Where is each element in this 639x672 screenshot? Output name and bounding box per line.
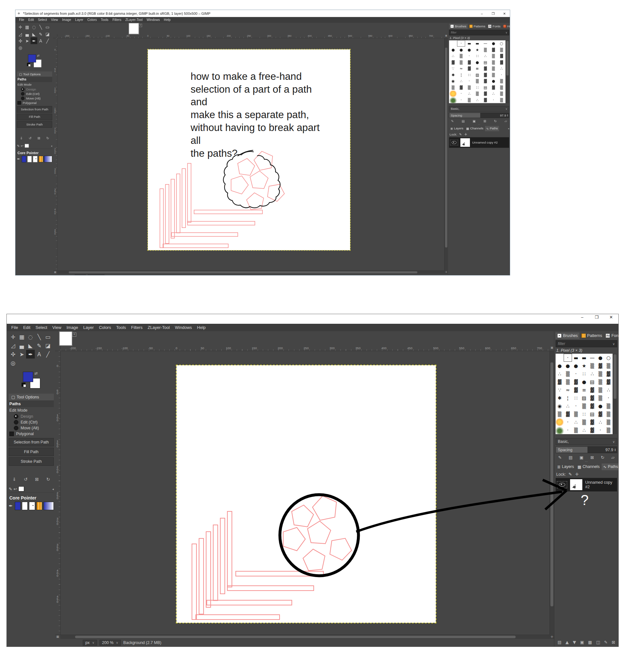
tab-brushes[interactable]: Brushes xyxy=(556,333,579,339)
brush-cell[interactable] xyxy=(556,418,564,426)
brush-cell[interactable]: — xyxy=(482,40,489,47)
rectangle-select-tool[interactable]: ▦ xyxy=(24,24,31,31)
edit-mode-edit-radio[interactable]: Edit (Ctrl) xyxy=(9,419,54,425)
horizontal-scrollbar[interactable] xyxy=(60,635,550,639)
brush-cell[interactable]: ▓ xyxy=(498,53,506,59)
zoom-dropdown[interactable]: 200 %∨ xyxy=(99,640,121,645)
zoom-fit-toggle-icon[interactable]: ▣ xyxy=(550,346,554,351)
tab-paths[interactable]: ∿Paths xyxy=(602,463,619,470)
brush-cell[interactable]: ▓ xyxy=(564,410,572,418)
brush-cell[interactable]: ▓ xyxy=(465,65,473,72)
edit-brush-button[interactable]: ✎ xyxy=(558,455,562,460)
eraser-tool[interactable]: ◪ xyxy=(44,341,52,350)
delete-tool-preset-button[interactable]: ⊠ xyxy=(37,136,40,140)
brush-cell[interactable]: ▬ xyxy=(473,40,481,47)
fuzzy-select-tool[interactable]: ╲ xyxy=(35,333,44,341)
pointer-icon[interactable]: ✎ xyxy=(9,486,12,492)
lower-path-button[interactable]: ▼ xyxy=(466,274,469,275)
default-colors-icon[interactable] xyxy=(21,383,26,386)
device-bg-swatch[interactable] xyxy=(27,156,32,162)
shear-tool[interactable]: ◿ xyxy=(9,341,17,350)
brush-cell[interactable]: ▓ xyxy=(588,418,596,426)
foreground-color-swatch[interactable] xyxy=(28,54,36,62)
horizontal-scrollbar[interactable] xyxy=(57,271,445,274)
brush-cell[interactable]: ▒ xyxy=(580,402,588,410)
brush-cell[interactable]: ● xyxy=(596,402,604,410)
brush-cell[interactable]: ● xyxy=(556,362,564,370)
canvas-viewport[interactable]: how to make a free-handselection of a pa… xyxy=(57,38,444,270)
brush-cell[interactable]: ▓ xyxy=(588,386,596,394)
menu-item[interactable]: Tools xyxy=(114,324,128,331)
vertical-scrollbar[interactable] xyxy=(444,38,448,270)
brush-cell[interactable]: ▤ xyxy=(482,59,489,66)
selection-from-path-button[interactable]: Selection from Path xyxy=(17,106,52,113)
stroke-path-button[interactable]: ✎ xyxy=(497,274,500,275)
airbrush-tool[interactable]: ✣ xyxy=(9,350,17,358)
restore-tool-preset-button[interactable]: ↺ xyxy=(29,136,32,140)
brush-cell[interactable]: ● xyxy=(596,354,604,362)
device-color-swatch[interactable] xyxy=(25,144,29,148)
menu-item[interactable]: Edit xyxy=(21,324,33,331)
brush-cell[interactable]: ▒ xyxy=(564,370,572,378)
brush-cell[interactable]: — xyxy=(588,354,596,362)
device-fg-swatch[interactable] xyxy=(15,502,21,510)
brush-cell[interactable]: · xyxy=(572,370,580,378)
brush-cell[interactable]: · xyxy=(498,72,506,78)
brush-cell[interactable]: ● xyxy=(449,47,457,53)
brush-cell[interactable]: ∴ xyxy=(457,78,465,84)
menu-item[interactable]: Filters xyxy=(110,17,123,22)
rectangle-select-tool[interactable]: ▦ xyxy=(17,333,26,341)
free-select-tool[interactable]: ◌ xyxy=(31,24,37,31)
brush-cell[interactable]: ▒ xyxy=(498,78,506,84)
brush-cell[interactable]: ▒ xyxy=(596,370,604,378)
tab-layers[interactable]: ≣Layers xyxy=(449,126,465,131)
brush-cell[interactable]: ▒ xyxy=(596,378,604,386)
brush-cell[interactable]: ▬ xyxy=(580,354,588,362)
delete-tool-preset-button[interactable]: ⊠ xyxy=(35,477,39,482)
brush-cell[interactable]: ∴ xyxy=(564,402,572,410)
free-select-tool[interactable]: ◌ xyxy=(26,333,35,341)
brush-cell[interactable]: ≈ xyxy=(564,386,572,394)
path-list-item[interactable]: Unnamed copy #2 xyxy=(449,137,509,148)
menu-item[interactable]: Filters xyxy=(128,324,145,331)
navigation-button[interactable]: ✛ xyxy=(550,635,554,639)
brush-cell[interactable]: ▓ xyxy=(489,47,498,53)
brush-cell[interactable]: ▓ xyxy=(572,386,580,394)
open-brush-as-image-button[interactable]: ▱ xyxy=(505,119,507,123)
brush-cell[interactable]: ∴ xyxy=(572,418,580,426)
brush-cell[interactable]: ★ xyxy=(580,362,588,370)
restore-tool-preset-button[interactable]: ↺ xyxy=(24,477,28,482)
tab-fonts[interactable]: AaFonts xyxy=(487,24,502,29)
path-to-selection-button[interactable]: ▩ xyxy=(481,274,484,275)
brush-cell[interactable] xyxy=(556,426,564,434)
color-picker-tool[interactable]: ╱ xyxy=(44,37,51,44)
raise-path-button[interactable]: ▲ xyxy=(458,274,461,275)
device-color-swatch[interactable] xyxy=(18,486,24,492)
tab-layers[interactable]: ≣Layers xyxy=(556,463,576,470)
brush-cell[interactable]: ∴ xyxy=(588,370,596,378)
new-path-button[interactable]: ▤ xyxy=(558,640,561,645)
visibility-toggle[interactable] xyxy=(450,140,458,145)
brush-cell[interactable]: ▓ xyxy=(482,91,489,97)
selection-to-path-button[interactable]: ◫ xyxy=(489,274,493,275)
brush-cell[interactable]: ∷ xyxy=(572,394,580,402)
raise-path-button[interactable]: ▲ xyxy=(565,640,569,645)
smudge-tool[interactable]: ➤ xyxy=(17,350,26,358)
brush-cell[interactable]: ∷ xyxy=(473,53,481,59)
brush-cell[interactable]: ∴ xyxy=(596,418,604,426)
menu-item[interactable]: Windows xyxy=(172,324,194,331)
image-tab-thumbnail[interactable]: ✕ xyxy=(128,23,139,34)
menu-item[interactable]: Layer xyxy=(73,17,85,22)
brush-cell[interactable]: ▓ xyxy=(482,97,489,103)
swap-colors-icon[interactable]: ⇄ xyxy=(37,54,40,58)
brush-cell[interactable]: ● xyxy=(465,47,473,53)
brush-cell[interactable]: ▓ xyxy=(588,402,596,410)
brush-cell[interactable]: ★ xyxy=(473,47,481,53)
fill-path-button[interactable]: Fill Path xyxy=(9,448,54,456)
edit-mode-edit-radio[interactable]: Edit (Ctrl) xyxy=(17,92,52,96)
menu-item[interactable]: File xyxy=(17,17,27,22)
brush-cell[interactable]: ● xyxy=(489,40,498,47)
brush-cell[interactable]: ▓ xyxy=(449,59,457,66)
pencil-tool[interactable]: ✎ xyxy=(37,31,44,37)
selection-to-path-button[interactable]: ◫ xyxy=(596,640,600,645)
